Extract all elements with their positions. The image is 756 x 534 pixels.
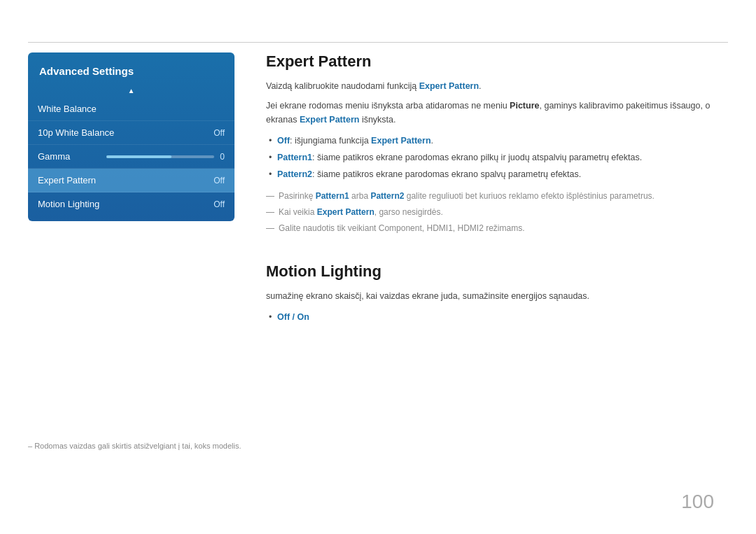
menu-value-gamma: 0 <box>220 152 225 162</box>
menu-item-10p-white-balance[interactable]: 10p White Balance Off <box>28 121 234 145</box>
dash2-bold: Expert Pattern <box>317 207 374 217</box>
motion-lighting-bullets: Off / On <box>266 309 728 325</box>
intro2-pre: Jei ekrane rodomas meniu išnyksta arba a… <box>266 101 510 111</box>
dash-item-2: Kai veikia Expert Pattern, garso nesigir… <box>266 204 728 220</box>
bullet-pattern1: Pattern1: šiame patikros ekrane parodoma… <box>266 149 728 166</box>
menu-item-expert-pattern[interactable]: Expert Pattern Off <box>28 169 234 192</box>
menu-item-motion-lighting[interactable]: Motion Lighting Off <box>28 192 234 216</box>
dash3-bold3: HDMI2 <box>457 223 483 233</box>
menu-value-motion-lighting: Off <box>214 199 225 209</box>
off-on-bold: Off / On <box>277 312 309 322</box>
gamma-slider-container <box>106 155 214 158</box>
menu-label-10p-white-balance: 10p White Balance <box>38 127 114 138</box>
dash-item-3: Galite naudotis tik veikiant Component, … <box>266 220 728 237</box>
top-divider <box>28 42 728 43</box>
bullet-pattern1-text: : šiame patikros ekrane parodomas ekrano… <box>312 153 642 162</box>
bullet-off-text: išjungiama funkcija <box>293 136 372 146</box>
dash2-pre: Kai veikia <box>279 207 317 217</box>
gamma-slider-track <box>106 155 214 158</box>
menu-value-10p-white-balance: Off <box>214 128 225 138</box>
bullet-off-end: . <box>431 136 433 146</box>
dash3-bold2: HDMI1 <box>426 223 452 233</box>
page-number: 100 <box>681 491 714 513</box>
dash1-post: galite reguliuoti bet kuriuos reklamo ef… <box>404 191 654 201</box>
intro1-bold: Expert Pattern <box>419 81 479 91</box>
dash3-pre: Galite naudotis tik veikiant <box>279 223 379 233</box>
intro1-pre: Vaizdą kalibruokite naudodami funkciją <box>266 81 419 91</box>
expert-pattern-intro2: Jei ekrane rodomas meniu išnyksta arba a… <box>266 99 728 127</box>
bullet-pattern2-bold: Pattern2 <box>277 169 312 179</box>
menu-item-gamma[interactable]: Gamma 0 <box>28 145 234 169</box>
dash1-mid: arba <box>349 191 371 201</box>
menu-label-motion-lighting: Motion Lighting <box>38 199 101 209</box>
bullet-pattern2-text: : šiame patikros ekrane parodomas ekrano… <box>312 169 581 179</box>
intro1-post: . <box>479 81 481 91</box>
bullet-off: Off: išjungiama funkcija Expert Pattern. <box>266 132 728 149</box>
dash1-bold1: Pattern1 <box>316 191 349 201</box>
dash2-post: , garso nesigirdės. <box>374 207 443 217</box>
menu-value-expert-pattern: Off <box>214 176 225 185</box>
sidebar-title: Advanced Settings <box>28 58 234 87</box>
main-content: Expert Pattern Vaizdą kalibruokite naudo… <box>266 52 728 331</box>
motion-lighting-title: Motion Lighting <box>266 262 728 281</box>
expert-pattern-intro1: Vaizdą kalibruokite naudodami funkciją E… <box>266 79 728 93</box>
bullet-off-bold: Off <box>277 136 290 146</box>
menu-label-expert-pattern: Expert Pattern <box>38 175 101 185</box>
menu-label-white-balance: White Balance <box>38 104 101 114</box>
gamma-slider-fill <box>106 155 172 158</box>
expert-pattern-dash-list: Pasirinkę Pattern1 arba Pattern2 galite … <box>266 188 728 237</box>
section-divider <box>266 241 728 262</box>
menu-item-white-balance[interactable]: White Balance <box>28 97 234 121</box>
dash1-bold2: Pattern2 <box>370 191 404 201</box>
bullet-off-bold2: Expert Pattern <box>371 136 430 146</box>
advanced-settings-menu: Advanced Settings ▲ White Balance 10p Wh… <box>28 52 234 221</box>
bullet-pattern2: Pattern2: šiame patikros ekrane parodoma… <box>266 166 728 183</box>
sidebar-arrow-up: ▲ <box>28 87 234 94</box>
dash3-bold1: Component <box>379 223 422 233</box>
intro2-bold1: Picture <box>510 101 539 111</box>
motion-lighting-body: sumažinę ekrano skaisčį, kai vaizdas ekr… <box>266 289 728 303</box>
expert-pattern-bullets: Off: išjungiama funkcija Expert Pattern.… <box>266 132 728 183</box>
intro2-post: išnyksta. <box>359 115 396 125</box>
menu-label-gamma: Gamma <box>38 151 101 162</box>
expert-pattern-title: Expert Pattern <box>266 52 728 71</box>
dash-item-1: Pasirinkę Pattern1 arba Pattern2 galite … <box>266 188 728 204</box>
bullet-off-on: Off / On <box>266 309 728 325</box>
dash3-post: režimams. <box>484 223 525 233</box>
dash1-pre: Pasirinkę <box>279 191 316 201</box>
intro2-bold2: Expert Pattern <box>300 115 359 125</box>
bullet-pattern1-bold: Pattern1 <box>277 153 312 162</box>
footer-note: – Rodomas vaizdas gali skirtis atsižvelg… <box>28 442 241 450</box>
